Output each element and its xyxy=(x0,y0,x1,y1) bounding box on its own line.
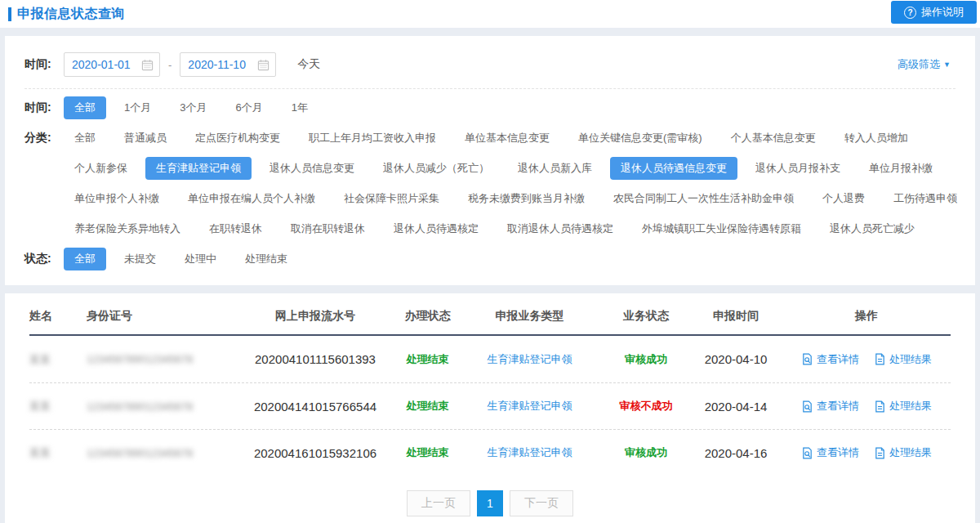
filter-chip[interactable]: 单位关键信息变更(需审核) xyxy=(568,127,713,150)
next-page-button[interactable]: 下一页 xyxy=(510,490,573,516)
filter-chip[interactable]: 处理结束 xyxy=(234,248,298,270)
name-redacted: 某某 xyxy=(29,446,51,458)
date-range-separator: - xyxy=(168,59,172,71)
filter-chip[interactable]: 退休人员死亡减少 xyxy=(819,217,925,240)
filter-chip[interactable]: 退休人员待遇信息变更 xyxy=(610,157,737,180)
filter-chip[interactable]: 普通减员 xyxy=(114,127,177,150)
filter-chip[interactable]: 取消退休人员待遇核定 xyxy=(497,217,624,240)
filter-chip[interactable]: 外埠城镇职工失业保险待遇转原籍 xyxy=(631,217,812,240)
filter-chip[interactable]: 1个月 xyxy=(114,96,162,119)
business-status: 审核成功 xyxy=(625,446,667,458)
help-button[interactable]: ? 操作说明 xyxy=(891,1,977,24)
process-result-link[interactable]: 处理结果 xyxy=(874,445,932,460)
filter-chip[interactable]: 退休人员新入库 xyxy=(507,157,603,180)
view-detail-link[interactable]: 查看详情 xyxy=(801,399,859,413)
today-link[interactable]: 今天 xyxy=(297,57,320,72)
table-header-row: 姓名身份证号网上申报流水号办理状态申报业务类型业务状态申报时间操作 xyxy=(29,298,951,336)
declaration-serial: 202004101115601393 xyxy=(255,352,376,366)
filter-separator xyxy=(24,88,956,89)
filter-chip[interactable]: 取消在职转退休 xyxy=(280,217,376,240)
filter-chip[interactable]: 单位月报补缴 xyxy=(858,157,943,180)
filter-chip[interactable]: 在职转退休 xyxy=(198,217,273,240)
process-result-link[interactable]: 处理结果 xyxy=(874,352,932,367)
page-title: 申报信息状态查询 xyxy=(17,6,125,23)
name-redacted: 某某 xyxy=(29,400,51,412)
filter-chip[interactable]: 退休人员减少（死亡） xyxy=(372,157,500,180)
filter-chip[interactable]: 税务未缴费到账当月补缴 xyxy=(457,187,595,210)
date-filter-row: 时间: 2020-01-01 - 2020-11-10 今天 高级筛选 ▼ xyxy=(24,47,956,82)
filter-chip[interactable]: 未提交 xyxy=(114,248,167,270)
filter-chip[interactable]: 单位申报在编人员个人补缴 xyxy=(177,187,326,210)
filter-chip[interactable]: 处理中 xyxy=(174,248,227,270)
declaration-date: 2020-04-14 xyxy=(705,400,768,413)
table-row: 某某123456789012345678202004101115601393处理… xyxy=(29,336,951,382)
filter-chip[interactable]: 退休人员信息变更 xyxy=(259,157,365,180)
filter-chip[interactable]: 个人基本信息变更 xyxy=(720,127,826,150)
filter-chip[interactable]: 转入人员增加 xyxy=(834,127,919,150)
declaration-date: 2020-04-10 xyxy=(705,352,768,366)
id-number-redacted: 123456789012345678 xyxy=(87,400,193,413)
table-row: 某某123456789012345678202004141015766544处理… xyxy=(29,382,951,429)
current-page-button[interactable]: 1 xyxy=(477,490,503,516)
business-type-link[interactable]: 生育津贴登记申领 xyxy=(488,353,572,365)
pagination: 上一页 1 下一页 xyxy=(29,490,951,516)
business-type-link[interactable]: 生育津贴登记申领 xyxy=(488,446,572,458)
column-header: 申报时间 xyxy=(699,309,773,324)
business-type-link[interactable]: 生育津贴登记申领 xyxy=(488,400,572,412)
process-status: 处理结束 xyxy=(407,353,449,365)
filter-chip[interactable]: 工伤待遇申领 xyxy=(883,187,968,210)
filter-chip[interactable]: 退休人员待遇核定 xyxy=(383,217,489,240)
id-number-redacted: 123456789012345678 xyxy=(87,353,193,365)
start-date-input[interactable]: 2020-01-01 xyxy=(64,52,160,77)
process-status: 处理结束 xyxy=(407,446,449,458)
filter-chip[interactable]: 养老保险关系异地转入 xyxy=(64,217,191,240)
process-result-icon xyxy=(874,400,886,413)
filter-group: 状态:全部未提交处理中处理结束 xyxy=(24,244,956,274)
column-header: 业务状态 xyxy=(593,309,699,324)
filter-group: 时间:全部1个月3个月6个月1年 xyxy=(24,92,956,123)
filter-chip[interactable]: 个人新参保 xyxy=(64,157,138,180)
table-body: 某某123456789012345678202004101115601393处理… xyxy=(29,336,951,476)
view-detail-icon xyxy=(801,353,813,365)
filter-chip[interactable]: 6个月 xyxy=(225,96,273,119)
filter-panel: 时间: 2020-01-01 - 2020-11-10 今天 高级筛选 ▼ 时间… xyxy=(5,36,975,285)
business-status: 审核成功 xyxy=(625,353,667,365)
advanced-filter-toggle[interactable]: 高级筛选 ▼ xyxy=(898,57,951,72)
filter-chip[interactable]: 3个月 xyxy=(169,96,217,119)
filter-chip[interactable]: 单位基本信息变更 xyxy=(454,127,560,150)
view-detail-link[interactable]: 查看详情 xyxy=(801,352,859,367)
view-detail-link[interactable]: 查看详情 xyxy=(801,445,859,460)
results-panel: 姓名身份证号网上申报流水号办理状态申报业务类型业务状态申报时间操作 某某1234… xyxy=(5,293,975,523)
declaration-serial: 202004141015766544 xyxy=(254,400,376,413)
calendar-icon xyxy=(257,59,270,71)
filter-groups: 时间:全部1个月3个月6个月1年分类:全部普通减员定点医疗机构变更职工上年月均工… xyxy=(24,92,956,274)
filter-chip[interactable]: 个人退费 xyxy=(812,187,875,210)
declaration-serial: 202004161015932106 xyxy=(254,446,376,460)
column-header: 身份证号 xyxy=(87,309,242,324)
title-accent-bar xyxy=(8,7,11,21)
view-detail-icon xyxy=(801,447,813,459)
filter-chip[interactable]: 农民合同制工人一次性生活补助金申领 xyxy=(603,187,804,210)
end-date-value: 2020-11-10 xyxy=(188,58,246,71)
end-date-input[interactable]: 2020-11-10 xyxy=(180,52,276,77)
filter-chip[interactable]: 全部 xyxy=(64,248,106,270)
column-header: 办理状态 xyxy=(389,309,466,324)
filter-group: 分类:全部普通减员定点医疗机构变更职工上年月均工资收入申报单位基本信息变更单位关… xyxy=(24,123,956,244)
filter-chip[interactable]: 单位申报个人补缴 xyxy=(64,187,170,210)
process-status: 处理结束 xyxy=(407,400,449,412)
filter-chip[interactable]: 生育津贴登记申领 xyxy=(145,157,252,180)
table-row: 某某123456789012345678202004161015932106处理… xyxy=(29,429,951,476)
calendar-icon xyxy=(141,59,154,71)
filter-chip[interactable]: 1年 xyxy=(281,96,318,119)
filter-chip[interactable]: 社会保障卡照片采集 xyxy=(333,187,450,210)
filter-chip[interactable]: 退休人员月报补支 xyxy=(745,157,851,180)
prev-page-button[interactable]: 上一页 xyxy=(407,490,470,516)
filter-chip[interactable]: 定点医疗机构变更 xyxy=(185,127,291,150)
filter-group-label: 时间: xyxy=(24,92,64,115)
process-result-link[interactable]: 处理结果 xyxy=(874,399,932,413)
chevron-down-icon: ▼ xyxy=(943,60,951,69)
filter-chip[interactable]: 全部 xyxy=(64,127,106,150)
id-number-redacted: 123456789012345678 xyxy=(87,447,193,459)
filter-chip[interactable]: 职工上年月均工资收入申报 xyxy=(298,127,447,150)
filter-chip[interactable]: 全部 xyxy=(64,96,106,119)
